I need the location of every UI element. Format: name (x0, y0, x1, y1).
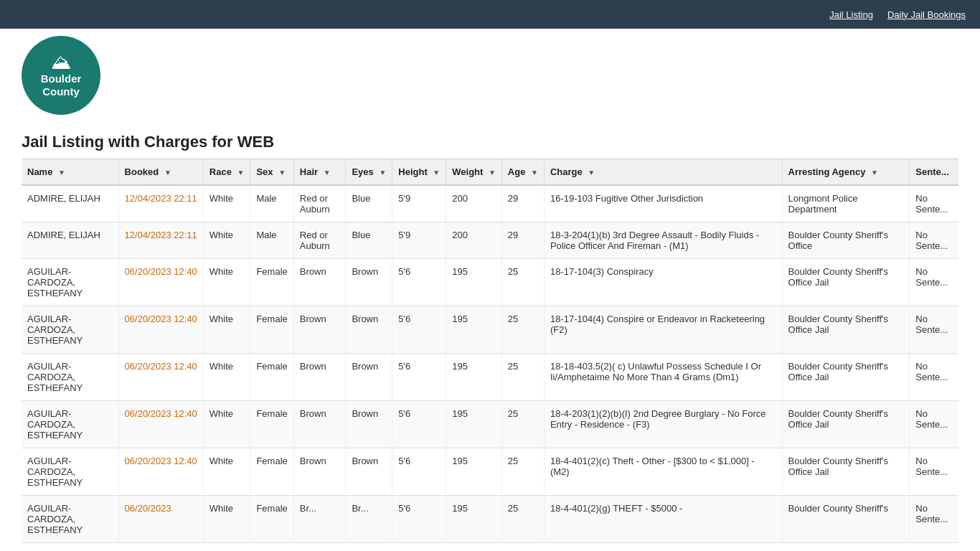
cell-sex: Male (250, 222, 293, 259)
col-hair[interactable]: Hair ▼ (293, 159, 346, 186)
cell-booked: 06/20/2023 12:40 (118, 354, 203, 401)
cell-age: 29 (501, 185, 544, 222)
booked-date: 06/20/2023 12:40 (125, 408, 197, 419)
cell-agency: Boulder County Sheriff's Office Jail (782, 354, 910, 401)
cell-height: 5'6 (392, 306, 446, 354)
table-row: AGUILAR-CARDOZA, ESTHEFANY06/20/2023 12:… (22, 401, 958, 448)
cell-agency: Boulder County Sheriff's Office Jail (782, 401, 910, 448)
cell-sentence: No Sente... (910, 401, 958, 448)
cell-hair: Brown (293, 448, 346, 496)
cell-charge: 18-4-203(1)(2)(b)(I) 2nd Degree Burglary… (544, 401, 782, 448)
col-booked[interactable]: Booked ▼ (118, 159, 203, 186)
col-weight[interactable]: Weight ▼ (446, 159, 502, 186)
table-row: ADMIRE, ELIJAH12/04/2023 22:11WhiteMaleR… (22, 222, 958, 259)
charge-filter-icon: ▼ (588, 169, 595, 176)
cell-hair: Brown (293, 259, 346, 306)
booked-date: 06/20/2023 12:40 (125, 266, 197, 277)
cell-height: 5'9 (392, 222, 446, 259)
cell-booked: 12/04/2023 22:11 (118, 185, 203, 222)
cell-race: White (203, 185, 250, 222)
cell-name: AGUILAR-CARDOZA, ESTHEFANY (22, 496, 118, 543)
cell-sentence: No Sente... (910, 185, 958, 222)
table-row: AGUILAR-CARDOZA, ESTHEFANY06/20/2023 12:… (22, 259, 958, 306)
cell-sex: Female (250, 306, 293, 354)
name-filter-icon: ▼ (58, 169, 65, 176)
cell-name: ADMIRE, ELIJAH (22, 185, 118, 222)
cell-sentence: No Sente... (910, 354, 958, 401)
mountains-icon: ⛰ (51, 52, 71, 72)
table-container: Name ▼ Booked ▼ Race ▼ Sex ▼ Hair ▼ Eyes… (0, 159, 980, 551)
cell-charge: 18-17-104(3) Conspiracy (544, 259, 782, 306)
cell-agency: Boulder County Sheriff's Office Jail (782, 259, 910, 306)
cell-name: AGUILAR-CARDOZA, ESTHEFANY (22, 259, 118, 306)
cell-charge: 16-19-103 Fugitive Other Jurisdiction (544, 185, 782, 222)
cell-eyes: Blue (346, 222, 392, 259)
cell-name: AGUILAR-CARDOZA, ESTHEFANY (22, 354, 118, 401)
cell-sentence: No Sente... (910, 222, 958, 259)
col-charge[interactable]: Charge ▼ (544, 159, 782, 186)
cell-race: White (203, 496, 250, 543)
col-agency[interactable]: Arresting Agency ▼ (782, 159, 910, 186)
cell-sex: Female (250, 496, 293, 543)
cell-booked: 06/20/2023 12:40 (118, 306, 203, 354)
col-eyes[interactable]: Eyes ▼ (346, 159, 392, 186)
cell-weight: 195 (446, 259, 502, 306)
cell-weight: 195 (446, 354, 502, 401)
top-nav: Jail Listing Daily Jail Bookings (0, 0, 980, 29)
cell-sentence: No Sente... (910, 306, 958, 354)
cell-eyes: Br... (346, 496, 392, 543)
daily-bookings-link[interactable]: Daily Jail Bookings (887, 9, 966, 20)
col-age[interactable]: Age ▼ (501, 159, 544, 186)
cell-hair: Br... (293, 496, 346, 543)
cell-charge: 18-18-403.5(2)( c) Unlawful Possess Sche… (544, 354, 782, 401)
col-height[interactable]: Height ▼ (392, 159, 446, 186)
logo-text: BoulderCounty (41, 72, 82, 98)
cell-weight: 200 (446, 222, 502, 259)
cell-weight: 195 (446, 448, 502, 496)
weight-filter-icon: ▼ (489, 169, 496, 176)
cell-sentence: No Sente... (910, 448, 958, 496)
booked-date: 06/20/2023 12:40 (125, 456, 197, 466)
table-row: AGUILAR-CARDOZA, ESTHEFANY06/20/2023 12:… (22, 448, 958, 496)
cell-height: 5'6 (392, 354, 446, 401)
cell-weight: 195 (446, 306, 502, 354)
agency-filter-icon: ▼ (871, 169, 878, 176)
cell-name: AGUILAR-CARDOZA, ESTHEFANY (22, 306, 118, 354)
col-race[interactable]: Race ▼ (203, 159, 250, 186)
booked-date: 06/20/2023 12:40 (125, 361, 197, 372)
cell-age: 25 (501, 496, 544, 543)
cell-booked: 06/20/2023 12:40 (118, 259, 203, 306)
page-title: Jail Listing with Charges for WEB (0, 122, 980, 159)
jail-listing-link[interactable]: Jail Listing (829, 9, 873, 20)
cell-hair: Brown (293, 354, 346, 401)
cell-sex: Female (250, 354, 293, 401)
cell-sentence: No Sente... (910, 259, 958, 306)
cell-race: White (203, 306, 250, 354)
age-filter-icon: ▼ (531, 169, 538, 176)
cell-agency: Boulder County Sheriff's (782, 496, 910, 543)
cell-booked: 12/04/2023 22:11 (118, 222, 203, 259)
cell-weight: 195 (446, 401, 502, 448)
cell-race: White (203, 354, 250, 401)
header-area: ⛰ BoulderCounty (0, 29, 980, 122)
cell-age: 25 (501, 448, 544, 496)
cell-name: AGUILAR-CARDOZA, ESTHEFANY (22, 448, 118, 496)
table-row: AGUILAR-CARDOZA, ESTHEFANY06/20/2023Whit… (22, 496, 958, 543)
col-name[interactable]: Name ▼ (22, 159, 118, 186)
cell-sex: Female (250, 448, 293, 496)
col-sex[interactable]: Sex ▼ (250, 159, 293, 186)
cell-height: 5'6 (392, 448, 446, 496)
cell-race: White (203, 448, 250, 496)
table-row: AGUILAR-CARDOZA, ESTHEFANY06/20/2023 12:… (22, 306, 958, 354)
sex-filter-icon: ▼ (278, 169, 286, 176)
cell-eyes: Brown (346, 354, 392, 401)
cell-booked: 06/20/2023 12:40 (118, 401, 203, 448)
cell-weight: 195 (446, 496, 502, 543)
cell-name: ADMIRE, ELIJAH (22, 222, 118, 259)
booked-date: 06/20/2023 12:40 (125, 314, 197, 324)
cell-race: White (203, 259, 250, 306)
cell-age: 29 (501, 222, 544, 259)
cell-height: 5'6 (392, 259, 446, 306)
cell-booked: 06/20/2023 (118, 496, 203, 543)
col-sentence[interactable]: Sente... (910, 159, 958, 186)
